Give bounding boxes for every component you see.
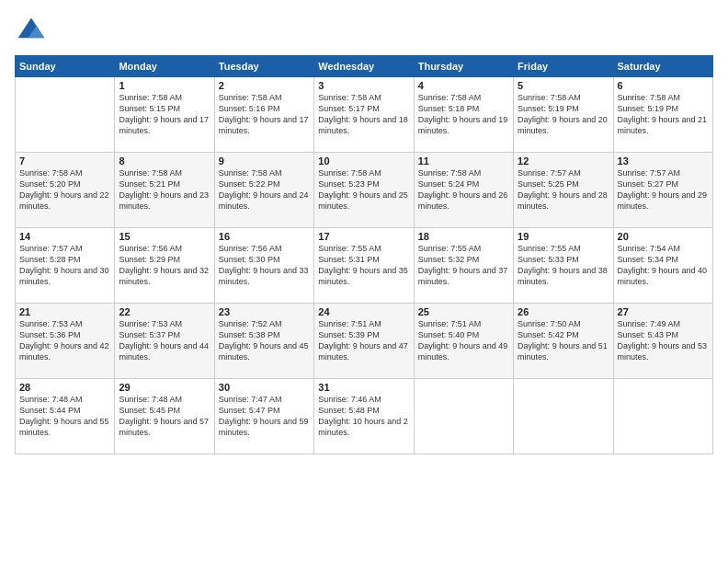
day-info: Sunrise: 7:54 AMSunset: 5:34 PMDaylight:… <box>618 243 709 288</box>
header <box>15 15 713 48</box>
day-info: Sunrise: 7:57 AMSunset: 5:27 PMDaylight:… <box>618 167 709 213</box>
day-number: 15 <box>119 231 210 242</box>
day-number: 20 <box>618 231 709 242</box>
day-info: Sunrise: 7:53 AMSunset: 5:36 PMDaylight:… <box>19 318 110 363</box>
day-info: Sunrise: 7:58 AMSunset: 5:18 PMDaylight:… <box>418 92 509 137</box>
day-number: 10 <box>318 155 409 167</box>
day-info: Sunrise: 7:46 AMSunset: 5:48 PMDaylight:… <box>318 394 409 439</box>
day-cell: 10 Sunrise: 7:58 AMSunset: 5:23 PMDaylig… <box>314 153 414 228</box>
day-cell: 19 Sunrise: 7:55 AMSunset: 5:33 PMDaylig… <box>514 228 613 304</box>
day-cell: 6 Sunrise: 7:58 AMSunset: 5:19 PMDayligh… <box>613 77 712 153</box>
day-info: Sunrise: 7:55 AMSunset: 5:31 PMDaylight:… <box>318 243 409 288</box>
day-info: Sunrise: 7:47 AMSunset: 5:47 PMDaylight:… <box>219 394 310 439</box>
weekday-header-sunday: Sunday <box>16 56 115 77</box>
day-cell: 8 Sunrise: 7:58 AMSunset: 5:21 PMDayligh… <box>115 153 214 228</box>
day-cell: 11 Sunrise: 7:58 AMSunset: 5:24 PMDaylig… <box>414 153 513 228</box>
day-cell: 31 Sunrise: 7:46 AMSunset: 5:48 PMDaylig… <box>314 379 414 454</box>
day-info: Sunrise: 7:57 AMSunset: 5:28 PMDaylight:… <box>19 243 110 288</box>
weekday-header-thursday: Thursday <box>414 56 513 77</box>
day-info: Sunrise: 7:51 AMSunset: 5:39 PMDaylight:… <box>318 318 409 363</box>
day-info: Sunrise: 7:56 AMSunset: 5:29 PMDaylight:… <box>119 243 210 288</box>
day-cell: 22 Sunrise: 7:53 AMSunset: 5:37 PMDaylig… <box>115 304 214 379</box>
day-number: 13 <box>618 155 709 167</box>
day-cell: 24 Sunrise: 7:51 AMSunset: 5:39 PMDaylig… <box>314 304 414 379</box>
day-cell: 12 Sunrise: 7:57 AMSunset: 5:25 PMDaylig… <box>514 153 613 228</box>
day-number: 24 <box>318 306 409 317</box>
weekday-header-friday: Friday <box>514 56 613 77</box>
day-info: Sunrise: 7:58 AMSunset: 5:20 PMDaylight:… <box>19 167 110 213</box>
day-number: 12 <box>518 155 609 167</box>
day-info: Sunrise: 7:55 AMSunset: 5:32 PMDaylight:… <box>418 243 509 288</box>
day-info: Sunrise: 7:48 AMSunset: 5:44 PMDaylight:… <box>19 394 110 439</box>
day-cell: 27 Sunrise: 7:49 AMSunset: 5:43 PMDaylig… <box>613 304 712 379</box>
day-info: Sunrise: 7:58 AMSunset: 5:19 PMDaylight:… <box>618 92 709 137</box>
day-cell: 16 Sunrise: 7:56 AMSunset: 5:30 PMDaylig… <box>214 228 313 304</box>
day-cell: 15 Sunrise: 7:56 AMSunset: 5:29 PMDaylig… <box>115 228 214 304</box>
day-number: 11 <box>418 155 509 167</box>
day-cell: 3 Sunrise: 7:58 AMSunset: 5:17 PMDayligh… <box>314 77 414 153</box>
weekday-header-tuesday: Tuesday <box>214 56 313 77</box>
week-row-1: 1 Sunrise: 7:58 AMSunset: 5:15 PMDayligh… <box>16 77 713 153</box>
calendar-table: SundayMondayTuesdayWednesdayThursdayFrid… <box>15 55 713 454</box>
day-info: Sunrise: 7:58 AMSunset: 5:22 PMDaylight:… <box>219 167 310 213</box>
day-info: Sunrise: 7:48 AMSunset: 5:45 PMDaylight:… <box>119 394 210 439</box>
logo-icon <box>15 15 48 48</box>
day-cell <box>16 77 115 153</box>
day-cell: 30 Sunrise: 7:47 AMSunset: 5:47 PMDaylig… <box>214 379 313 454</box>
day-cell: 28 Sunrise: 7:48 AMSunset: 5:44 PMDaylig… <box>16 379 115 454</box>
day-cell: 26 Sunrise: 7:50 AMSunset: 5:42 PMDaylig… <box>514 304 613 379</box>
day-info: Sunrise: 7:52 AMSunset: 5:38 PMDaylight:… <box>219 318 310 363</box>
day-cell <box>514 379 613 454</box>
day-number: 22 <box>119 306 210 317</box>
day-info: Sunrise: 7:49 AMSunset: 5:43 PMDaylight:… <box>618 318 709 363</box>
day-number: 4 <box>418 80 509 91</box>
day-cell: 29 Sunrise: 7:48 AMSunset: 5:45 PMDaylig… <box>115 379 214 454</box>
day-info: Sunrise: 7:58 AMSunset: 5:15 PMDaylight:… <box>119 92 210 137</box>
day-cell: 21 Sunrise: 7:53 AMSunset: 5:36 PMDaylig… <box>16 304 115 379</box>
day-number: 17 <box>318 231 409 242</box>
day-cell: 23 Sunrise: 7:52 AMSunset: 5:38 PMDaylig… <box>214 304 313 379</box>
weekday-header-row: SundayMondayTuesdayWednesdayThursdayFrid… <box>16 56 713 77</box>
day-cell: 14 Sunrise: 7:57 AMSunset: 5:28 PMDaylig… <box>16 228 115 304</box>
day-info: Sunrise: 7:53 AMSunset: 5:37 PMDaylight:… <box>119 318 210 363</box>
weekday-header-monday: Monday <box>115 56 214 77</box>
day-number: 7 <box>19 155 110 167</box>
day-cell: 1 Sunrise: 7:58 AMSunset: 5:15 PMDayligh… <box>115 77 214 153</box>
day-number: 26 <box>518 306 609 317</box>
day-number: 21 <box>19 306 110 317</box>
day-cell: 4 Sunrise: 7:58 AMSunset: 5:18 PMDayligh… <box>414 77 513 153</box>
day-number: 1 <box>119 80 210 91</box>
day-cell: 2 Sunrise: 7:58 AMSunset: 5:16 PMDayligh… <box>214 77 313 153</box>
day-cell: 9 Sunrise: 7:58 AMSunset: 5:22 PMDayligh… <box>214 153 313 228</box>
day-number: 9 <box>219 155 310 167</box>
day-info: Sunrise: 7:56 AMSunset: 5:30 PMDaylight:… <box>219 243 310 288</box>
day-number: 6 <box>618 80 709 91</box>
day-info: Sunrise: 7:50 AMSunset: 5:42 PMDaylight:… <box>518 318 609 363</box>
day-cell: 13 Sunrise: 7:57 AMSunset: 5:27 PMDaylig… <box>613 153 712 228</box>
day-number: 27 <box>618 306 709 317</box>
day-cell: 5 Sunrise: 7:58 AMSunset: 5:19 PMDayligh… <box>514 77 613 153</box>
day-cell: 7 Sunrise: 7:58 AMSunset: 5:20 PMDayligh… <box>16 153 115 228</box>
day-number: 25 <box>418 306 509 317</box>
day-cell: 18 Sunrise: 7:55 AMSunset: 5:32 PMDaylig… <box>414 228 513 304</box>
day-number: 3 <box>318 80 409 91</box>
day-info: Sunrise: 7:58 AMSunset: 5:16 PMDaylight:… <box>219 92 310 137</box>
day-number: 2 <box>219 80 310 91</box>
day-number: 30 <box>219 382 310 393</box>
day-info: Sunrise: 7:58 AMSunset: 5:17 PMDaylight:… <box>318 92 409 137</box>
day-number: 23 <box>219 306 310 317</box>
day-info: Sunrise: 7:58 AMSunset: 5:24 PMDaylight:… <box>418 167 509 213</box>
day-number: 8 <box>119 155 210 167</box>
day-cell <box>613 379 712 454</box>
day-info: Sunrise: 7:57 AMSunset: 5:25 PMDaylight:… <box>518 167 609 213</box>
day-info: Sunrise: 7:58 AMSunset: 5:23 PMDaylight:… <box>318 167 409 213</box>
page: SundayMondayTuesdayWednesdayThursdayFrid… <box>0 0 728 563</box>
day-cell: 17 Sunrise: 7:55 AMSunset: 5:31 PMDaylig… <box>314 228 414 304</box>
day-cell: 20 Sunrise: 7:54 AMSunset: 5:34 PMDaylig… <box>613 228 712 304</box>
weekday-header-saturday: Saturday <box>613 56 712 77</box>
week-row-5: 28 Sunrise: 7:48 AMSunset: 5:44 PMDaylig… <box>16 379 713 454</box>
logo <box>15 15 51 48</box>
day-info: Sunrise: 7:58 AMSunset: 5:19 PMDaylight:… <box>518 92 609 137</box>
day-number: 28 <box>19 382 110 393</box>
day-number: 19 <box>518 231 609 242</box>
